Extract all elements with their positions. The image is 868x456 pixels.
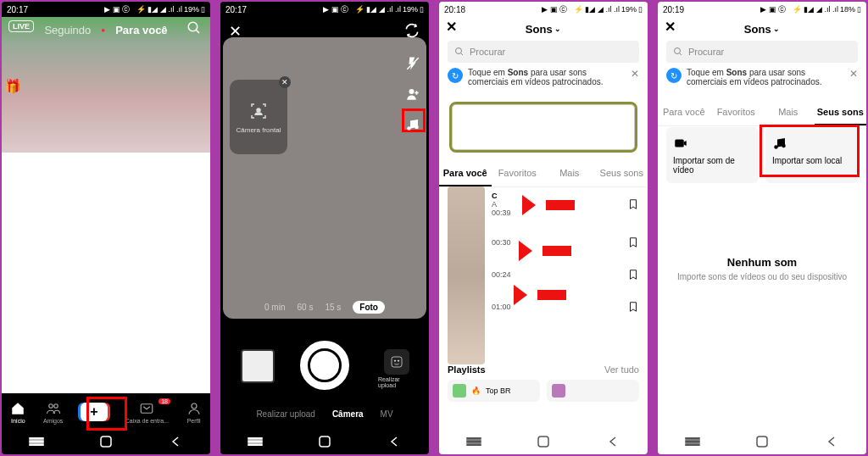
tab-para-voce[interactable]: Para você: [115, 24, 167, 36]
inbox-badge: 18: [159, 398, 170, 404]
status-bar: 20:18 ▶ ▣ ⓒ ⚡ ▮◢ ◢ .ıl .ıl 19%▯: [439, 2, 648, 17]
bookmark-icon[interactable]: [627, 300, 639, 314]
search-input[interactable]: Procurar: [448, 41, 639, 63]
status-time: 20:17: [7, 5, 28, 14]
promo-banner[interactable]: [449, 102, 637, 153]
recent-apps-button[interactable]: [466, 434, 481, 449]
effects-button[interactable]: Realizar upload: [378, 349, 415, 388]
svg-point-21: [456, 48, 462, 54]
bookmark-icon[interactable]: [627, 268, 639, 281]
svg-rect-31: [686, 437, 699, 439]
shutter-button[interactable]: [300, 341, 349, 390]
ver-tudo-link[interactable]: Ver tudo: [604, 364, 639, 375]
camera-side-tools: [403, 54, 422, 134]
sound-tabs: Para você Favoritos Mais Seus sons: [658, 100, 866, 126]
recent-apps-button[interactable]: [685, 434, 700, 449]
tab-seguindo[interactable]: Seguindo: [44, 24, 91, 36]
tab-mais[interactable]: Mais: [543, 161, 596, 186]
svg-point-2: [53, 403, 58, 408]
back-button[interactable]: [605, 434, 620, 449]
nav-amigos[interactable]: Amigos: [43, 401, 63, 424]
nav-inicio[interactable]: Início: [10, 401, 25, 424]
svg-point-16: [398, 360, 398, 361]
recent-apps-button[interactable]: [248, 434, 263, 449]
bookmark-icon[interactable]: [627, 236, 639, 249]
duration-modes: 0 min 60 s 15 s Foto: [220, 301, 429, 314]
playlist-card[interactable]: [547, 380, 639, 402]
front-camera-preview[interactable]: ✕ Câmera frontal: [230, 80, 287, 154]
empty-title: Nenhum som: [666, 256, 858, 269]
flip-camera-icon[interactable]: [403, 22, 420, 39]
tab-para-voce[interactable]: Para você: [658, 100, 710, 125]
dismiss-tip-icon[interactable]: ✕: [631, 68, 639, 80]
sound-item[interactable]: 00:24: [439, 263, 648, 286]
home-button[interactable]: [98, 434, 114, 449]
android-nav: [220, 429, 429, 454]
playlists-label: Playlists: [448, 364, 486, 375]
feed-content[interactable]: [2, 153, 210, 397]
sponsored-tip: ↻ Toque em Sons para usar sons comerciai…: [448, 68, 639, 86]
back-button[interactable]: [387, 434, 402, 449]
camera-viewfinder[interactable]: ✕ Câmera frontal: [223, 37, 426, 319]
home-button[interactable]: [536, 434, 551, 449]
sound-tabs: Para você Favoritos Mais Seus sons: [439, 161, 648, 187]
mode-10min[interactable]: 0 min: [264, 303, 285, 312]
nav-perfil[interactable]: Perfil: [186, 401, 202, 424]
screen-sounds-list: 20:18 ▶ ▣ ⓒ ⚡ ▮◢ ◢ .ıl .ıl 19%▯ ✕ Sons ⌄…: [439, 2, 648, 454]
tab-camera[interactable]: Câmera: [332, 409, 364, 419]
android-nav: [658, 429, 866, 454]
flash-icon[interactable]: [403, 54, 422, 73]
svg-point-11: [409, 89, 415, 94]
gallery-thumbnail[interactable]: [241, 349, 275, 383]
tab-favoritos[interactable]: Favoritos: [710, 100, 763, 125]
close-button[interactable]: ✕: [229, 22, 242, 41]
svg-rect-18: [248, 437, 262, 439]
camera-bottom-tabs: Realizar upload Câmera MV: [220, 409, 429, 419]
music-icon[interactable]: [403, 115, 422, 134]
android-nav: [439, 429, 648, 454]
android-nav: [2, 429, 210, 454]
highlight-create: [86, 397, 127, 431]
bookmark-icon[interactable]: [627, 197, 639, 211]
sheet-title[interactable]: Sons ⌄: [658, 17, 866, 41]
search-input[interactable]: Procurar: [666, 41, 858, 63]
nav-inbox[interactable]: 18 Caixa de entra...: [125, 401, 169, 424]
tab-seus-sons[interactable]: Seus sons: [596, 161, 648, 186]
mode-60s[interactable]: 60 s: [297, 303, 313, 312]
svg-rect-20: [320, 437, 330, 447]
tab-seus-sons[interactable]: Seus sons: [815, 100, 867, 125]
svg-rect-30: [686, 441, 699, 442]
svg-rect-27: [675, 140, 684, 147]
dismiss-tip-icon[interactable]: ✕: [849, 68, 858, 80]
recent-apps-button[interactable]: [29, 434, 44, 449]
arrow-indicator: [532, 195, 575, 215]
svg-rect-19: [248, 444, 262, 446]
gift-emoji[interactable]: 🎁: [4, 78, 21, 94]
mode-15s[interactable]: 15 s: [325, 303, 341, 312]
tab-upload[interactable]: Realizar upload: [256, 409, 315, 419]
home-button[interactable]: [317, 434, 332, 449]
sound-item[interactable]: 01:00: [439, 295, 648, 319]
sound-list: CA00:39 00:30 00:24 01:00: [439, 186, 648, 370]
tab-favoritos[interactable]: Favoritos: [492, 161, 544, 186]
feed-tabs: Seguindo ● Para você: [2, 17, 210, 42]
search-placeholder: Procurar: [470, 47, 505, 57]
highlight-import-local: [760, 125, 860, 177]
back-button[interactable]: [824, 434, 839, 449]
close-preview-icon[interactable]: ✕: [279, 76, 291, 88]
back-button[interactable]: [168, 434, 183, 449]
svg-rect-3: [142, 403, 153, 413]
mode-foto[interactable]: Foto: [353, 301, 385, 314]
playlist-card[interactable]: 🔥Top BR: [448, 380, 540, 402]
person-add-icon[interactable]: [403, 85, 422, 103]
svg-point-13: [415, 125, 419, 130]
import-video-card[interactable]: Importar som de vídeo: [666, 127, 759, 183]
tab-mais[interactable]: Mais: [762, 100, 815, 125]
svg-point-12: [407, 126, 411, 131]
arrow-indicator: [529, 241, 571, 261]
svg-rect-24: [467, 444, 481, 446]
tab-mv[interactable]: MV: [381, 409, 393, 419]
tab-para-voce[interactable]: Para você: [439, 161, 492, 186]
sheet-title[interactable]: Sons ⌄: [439, 17, 648, 41]
home-button[interactable]: [754, 434, 770, 449]
